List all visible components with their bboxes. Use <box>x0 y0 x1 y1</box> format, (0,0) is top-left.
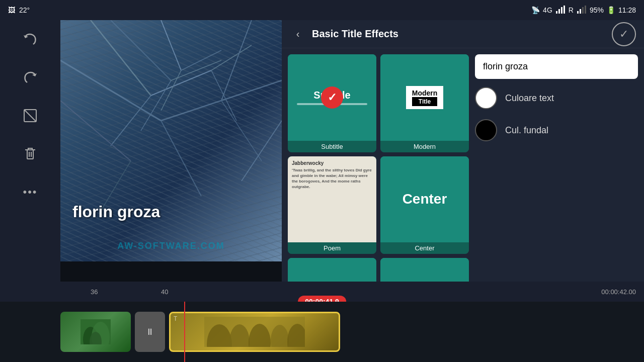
preview-frame: florin groza AW-SOFTWARE.COM <box>60 20 282 261</box>
bg-color-label: Cul. fundal <box>505 125 548 136</box>
svg-line-21 <box>111 20 171 80</box>
svg-rect-6 <box>582 7 584 14</box>
back-button[interactable]: ‹ <box>290 26 306 42</box>
battery-icon: 🔋 <box>607 6 615 14</box>
battery-label: 95% <box>590 6 604 14</box>
modern-title: Modern <box>412 89 438 97</box>
svg-line-19 <box>211 45 252 70</box>
svg-rect-5 <box>580 9 581 14</box>
preview-overlay-text: florin groza <box>72 203 160 221</box>
bg-color-swatch[interactable] <box>475 119 497 141</box>
timeline: 36 40 00:00:41.9 00:00:42.00 ⏸ T <box>0 282 644 362</box>
effects-header: ‹ Basic Title Effects ✓ <box>282 20 644 48</box>
image-icon: 🖼 <box>8 6 15 14</box>
status-left: 🖼 22° <box>8 6 30 14</box>
svg-line-24 <box>60 101 131 161</box>
svg-rect-3 <box>564 6 565 14</box>
clip-text-icon: T <box>174 315 177 322</box>
modern-inner: Modern Title <box>406 86 444 109</box>
center-text: Center <box>403 191 447 207</box>
svg-rect-7 <box>585 6 586 14</box>
modern-preview: Modern Title <box>380 54 469 141</box>
svg-line-20 <box>211 70 236 121</box>
ruler-mark-40: 40 <box>161 288 168 296</box>
poem-lines: 'Twas brillig, and the slithy toves Did … <box>292 167 372 190</box>
subtitle-preview: ✓ Subtitle <box>288 54 376 141</box>
svg-rect-1 <box>558 9 560 14</box>
crop-button[interactable] <box>16 102 44 130</box>
text-color-row: Culoare text <box>475 85 638 111</box>
confirm-button[interactable]: ✓ <box>612 22 636 46</box>
timeline-tracks: ⏸ T <box>0 302 644 362</box>
poem-title: Jabberwocky <box>292 160 324 166</box>
status-right: 📡 4G R 95% 🔋 11:28 <box>531 5 636 16</box>
end-time: 00:00:42.00 <box>601 288 636 296</box>
undo-button[interactable] <box>16 25 44 53</box>
svg-line-13 <box>60 60 161 121</box>
effect-card-subtitle[interactable]: ✓ Subtitle Subtitle <box>288 54 376 152</box>
text-input[interactable]: florin groza <box>475 54 638 79</box>
temperature: 22° <box>19 6 30 14</box>
clip-yellow[interactable]: T <box>169 312 340 352</box>
svg-line-18 <box>151 70 211 96</box>
clip-pause[interactable]: ⏸ <box>135 312 165 352</box>
branches-svg <box>60 20 282 261</box>
svg-rect-10 <box>27 150 33 159</box>
yellow-clip-thumbnail <box>204 317 305 347</box>
redo-button[interactable] <box>16 63 44 92</box>
center-preview: Center <box>380 156 469 243</box>
svg-line-27 <box>221 101 262 161</box>
center-label: Center <box>380 242 469 254</box>
svg-line-31 <box>181 50 221 70</box>
svg-line-15 <box>161 121 201 196</box>
svg-line-9 <box>24 110 36 122</box>
svg-rect-0 <box>556 11 557 14</box>
bg-color-row: Cul. fundal <box>475 117 638 143</box>
effects-title: Basic Title Effects <box>312 28 606 40</box>
wifi-icon: 📡 <box>531 6 540 14</box>
svg-rect-2 <box>561 7 562 14</box>
modern-subtitle: Title <box>412 97 438 106</box>
effect-card-modern[interactable]: Modern Title Modern <box>380 54 469 152</box>
effect-card-poem[interactable]: Jabberwocky 'Twas brillig, and the slith… <box>288 156 376 254</box>
svg-line-28 <box>242 121 282 181</box>
pause-icon: ⏸ <box>145 327 154 337</box>
playhead-line <box>184 302 185 362</box>
watermark: AW-SOFTWARE.COM <box>117 241 225 251</box>
svg-line-26 <box>221 20 252 101</box>
signal-icon-1 <box>555 5 566 16</box>
network-type: 4G <box>543 6 552 14</box>
timeline-ruler: 36 40 00:00:41.9 00:00:42.00 <box>0 282 644 302</box>
poem-preview: Jabberwocky 'Twas brillig, and the slith… <box>288 156 376 243</box>
text-color-label: Culoare text <box>505 93 554 104</box>
signal-icon-2 <box>577 5 587 16</box>
svg-rect-4 <box>577 11 579 14</box>
more-button[interactable]: ••• <box>16 178 44 206</box>
subtitle-label: Subtitle <box>288 141 376 152</box>
modern-label: Modern <box>380 141 469 152</box>
status-bar: 🖼 22° 📡 4G R 95% 🔋 11:28 <box>0 0 644 20</box>
text-color-swatch[interactable] <box>475 87 497 109</box>
clock: 11:28 <box>618 6 636 14</box>
clip-green[interactable] <box>60 312 131 352</box>
selected-check: ✓ <box>321 86 343 109</box>
delete-button[interactable] <box>16 140 44 168</box>
carrier-r: R <box>569 6 574 14</box>
poem-label: Poem <box>288 242 376 254</box>
svg-line-29 <box>161 20 181 70</box>
effect-card-center[interactable]: Center Center <box>380 156 469 254</box>
ruler-mark-36: 36 <box>91 288 98 296</box>
green-clip-thumbnail <box>80 319 111 344</box>
